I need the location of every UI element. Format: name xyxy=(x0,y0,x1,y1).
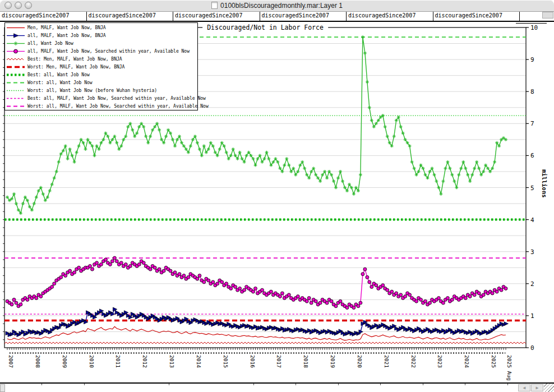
legend-label: Best: all, MALF, Want Job Now, Searched … xyxy=(27,96,206,101)
legend-label: all, MALF, Want Job Now, BNJA xyxy=(27,33,106,38)
svg-text:4: 4 xyxy=(530,216,534,224)
resize-grip[interactable] xyxy=(544,384,554,392)
svg-text:2010: 2010 xyxy=(89,355,95,368)
svg-text:2008: 2008 xyxy=(35,355,41,368)
svg-text:8: 8 xyxy=(530,88,534,95)
legend-item: Worst: Men, MALF, Want Job Now, BNJA xyxy=(5,63,197,71)
svg-text:2022: 2022 xyxy=(410,355,417,368)
legend-label: Best: Men, MALF, Want Job Now, BNJA xyxy=(27,57,122,62)
legend-item: Best: Men, MALF, Want Job Now, BNJA xyxy=(5,55,197,63)
svg-text:1: 1 xyxy=(530,312,534,320)
svg-text:2018: 2018 xyxy=(303,355,309,368)
svg-text:2023: 2023 xyxy=(437,355,443,368)
svg-text:2014: 2014 xyxy=(196,355,202,368)
legend-line-sample xyxy=(6,33,25,39)
legend-item: Worst: all, Want Job Now xyxy=(5,79,197,87)
legend-item: Worst: all, Want Job Now (before Wuhan h… xyxy=(5,87,197,95)
svg-text:2025 Aug: 2025 Aug xyxy=(506,355,513,381)
legend-item: Best: all, Want Job Now xyxy=(5,71,197,79)
legend-line-sample xyxy=(6,48,25,54)
svg-text:2: 2 xyxy=(530,280,534,288)
legend-label: Worst: all, MALF, Want Job Now, Searched… xyxy=(27,104,209,109)
svg-text:2007: 2007 xyxy=(8,355,14,368)
legend-label: Best: all, Want Job Now xyxy=(27,72,90,77)
svg-text:2011: 2011 xyxy=(115,355,121,368)
svg-text:0: 0 xyxy=(530,344,534,352)
legend-label: Worst: Men, MALF, Want Job Now, BNJA xyxy=(27,64,124,70)
svg-text:2024: 2024 xyxy=(464,355,470,368)
svg-text:millions: millions xyxy=(541,169,548,198)
legend-line-sample xyxy=(6,103,25,109)
legend-label: Worst: all, Want Job Now xyxy=(27,80,93,85)
legend-line-sample xyxy=(6,87,25,94)
svg-text:2013: 2013 xyxy=(169,355,175,368)
svg-text:2012: 2012 xyxy=(142,355,148,368)
legend-line-sample xyxy=(6,64,25,70)
svg-text:10: 10 xyxy=(530,24,538,31)
legend-item: Men, MALF, Want Job Now, BNJA xyxy=(5,24,197,31)
svg-text:2020: 2020 xyxy=(357,355,363,368)
legend-label: all, MALF, Want Job Now, Searched within… xyxy=(27,49,190,54)
bottom-left-box xyxy=(0,384,5,392)
svg-text:2025: 2025 xyxy=(491,355,497,368)
svg-text:2016: 2016 xyxy=(250,355,256,368)
svg-text:2009: 2009 xyxy=(62,355,68,368)
svg-text:2019: 2019 xyxy=(330,355,336,368)
svg-text:7: 7 xyxy=(530,120,534,127)
svg-text:2021: 2021 xyxy=(384,355,390,368)
legend-label: Men, MALF, Want Job Now, BNJA xyxy=(27,25,106,30)
legend-item: all, MALF, Want Job Now, Searched within… xyxy=(5,47,197,55)
legend-label: Worst: all, Want Job Now (before Wuhan h… xyxy=(27,88,157,93)
legend-line-sample xyxy=(6,40,25,47)
legend-item: all, MALF, Want Job Now, BNJA xyxy=(5,31,197,39)
chart-title: Discouraged/Not in Labor Force xyxy=(202,24,328,31)
window: { "window": { "title": "0100blsDiscourag… xyxy=(0,0,554,392)
legend-line-sample xyxy=(6,56,25,62)
legend-line-sample xyxy=(6,95,25,102)
legend-line-sample xyxy=(6,72,25,78)
svg-text:2015: 2015 xyxy=(223,355,229,368)
svg-text:5: 5 xyxy=(530,185,534,192)
svg-text:2017: 2017 xyxy=(276,355,282,368)
svg-text:6: 6 xyxy=(530,152,534,159)
legend-line-sample xyxy=(6,80,25,86)
legend-item: all, Want Job Now xyxy=(5,39,197,47)
scroll-right-button[interactable]: ▶ xyxy=(531,384,543,391)
legend-item: Best: all, MALF, Want Job Now, Searched … xyxy=(5,95,197,103)
legend-item: Worst: all, MALF, Want Job Now, Searched… xyxy=(5,103,197,110)
legend-line-sample xyxy=(6,25,25,31)
legend: Men, MALF, Want Job Now, BNJAall, MALF, … xyxy=(4,22,198,110)
svg-text:3: 3 xyxy=(530,248,534,256)
legend-label: all, Want Job Now xyxy=(27,41,73,46)
svg-text:9: 9 xyxy=(530,56,534,63)
scroll-left-button[interactable]: ◀ xyxy=(518,384,530,391)
canvas-bottom-ticks xyxy=(0,384,554,385)
